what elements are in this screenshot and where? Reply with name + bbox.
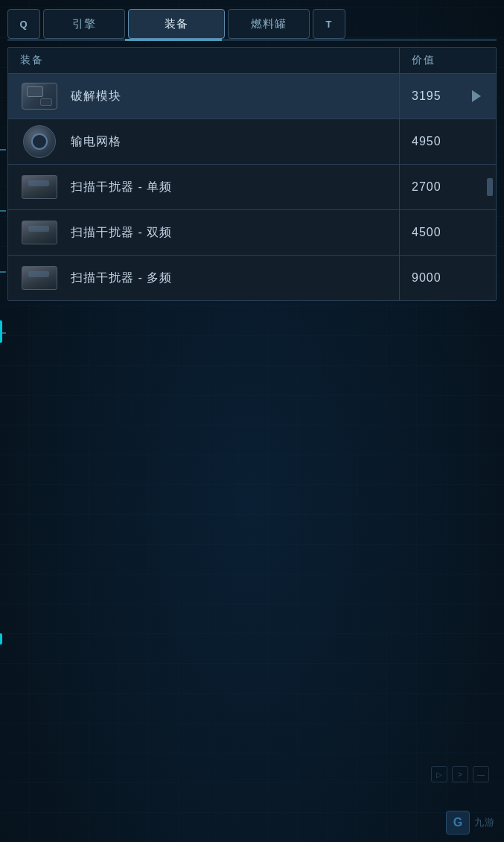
item-icon	[20, 263, 59, 293]
row-name-cell: 扫描干扰器 - 多频	[8, 256, 399, 300]
ctrl-minus-icon[interactable]: —	[473, 766, 489, 782]
equip-icon-flat3	[22, 221, 57, 244]
item-value: 9000	[412, 271, 441, 285]
row-name-cell: 扫描干扰器 - 双频	[8, 210, 399, 255]
tick-mark	[0, 210, 6, 212]
left-ticks	[0, 149, 6, 334]
row-value-cell: 3195	[399, 74, 496, 118]
table-row[interactable]: 扫描干扰器 - 单频 2700	[8, 165, 496, 210]
tab-fuel[interactable]: 燃料罐	[228, 9, 310, 39]
row-value-cell: 4950	[399, 119, 496, 164]
ctrl-play-icon[interactable]: ▷	[431, 766, 447, 782]
row-name-cell: 输电网格	[8, 119, 399, 164]
equip-icon-flat4	[22, 266, 57, 290]
item-icon	[20, 218, 59, 247]
tick-mark	[0, 271, 6, 273]
tab-bar: Q 引擎 装备 燃料罐 T	[0, 0, 504, 39]
item-icon	[20, 127, 59, 156]
watermark: G 九游	[446, 811, 495, 835]
tab-engine[interactable]: 引擎	[43, 9, 125, 39]
cyan-accent-line	[0, 320, 2, 343]
table-header: 装备 价值	[8, 48, 496, 74]
col-value-header: 价值	[399, 48, 496, 73]
item-label: 破解模块	[71, 89, 121, 104]
equip-icon-flat2	[22, 175, 57, 199]
item-label: 输电网格	[71, 134, 121, 150]
row-value-cell: 9000	[399, 256, 496, 300]
table-row[interactable]: 扫描干扰器 - 多频 9000	[8, 256, 496, 300]
scroll-indicator	[487, 178, 493, 196]
tab-t[interactable]: T	[313, 9, 345, 39]
item-icon	[20, 81, 59, 111]
tab-equipment[interactable]: 装备	[128, 9, 225, 39]
item-value: 2700	[412, 180, 441, 194]
tab-q[interactable]: Q	[7, 9, 40, 39]
item-icon	[20, 172, 59, 202]
equip-icon-round	[23, 125, 56, 158]
equipment-table: 装备 价值 破解模块 3195 输电网格	[7, 47, 497, 301]
row-name-cell: 破解模块	[8, 74, 399, 118]
row-value-cell: 4500	[399, 210, 496, 255]
col-name-header: 装备	[8, 48, 399, 73]
item-label: 扫描干扰器 - 单频	[71, 180, 172, 195]
item-value: 3195	[412, 89, 441, 103]
table-row[interactable]: 输电网格 4950	[8, 119, 496, 165]
row-value-cell: 2700	[399, 165, 496, 209]
bottom-controls: ▷ > —	[431, 766, 489, 782]
ctrl-next-icon[interactable]: >	[452, 766, 468, 782]
equip-icon-flat	[22, 83, 57, 110]
table-row[interactable]: 破解模块 3195	[8, 74, 496, 119]
tick-mark	[0, 149, 6, 151]
table-row[interactable]: 扫描干扰器 - 双频 4500	[8, 210, 496, 256]
item-value: 4950	[412, 135, 441, 148]
watermark-logo: G	[446, 811, 470, 835]
item-label: 扫描干扰器 - 多频	[71, 270, 172, 286]
row-name-cell: 扫描干扰器 - 单频	[8, 165, 399, 209]
cyan-accent-line	[0, 633, 2, 645]
item-value: 4500	[412, 226, 441, 239]
watermark-text: 九游	[474, 816, 495, 829]
main-container: Q 引擎 装备 燃料罐 T 装备 价值 破解模块 3195	[0, 0, 504, 842]
cursor-arrow-icon	[472, 90, 481, 102]
tab-underline	[7, 39, 497, 41]
item-label: 扫描干扰器 - 双频	[71, 225, 172, 241]
